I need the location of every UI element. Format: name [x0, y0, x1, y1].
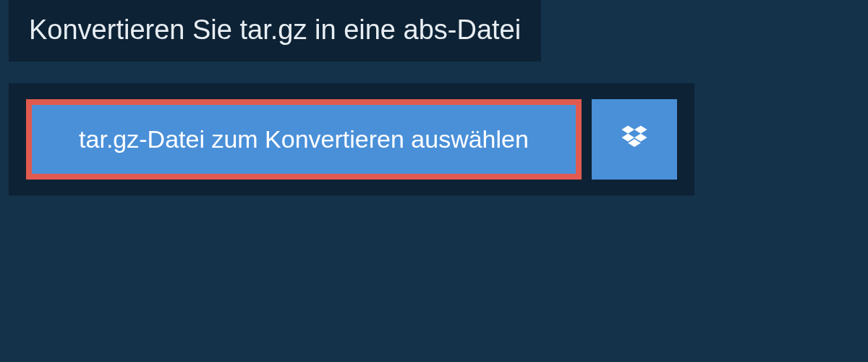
upload-panel: tar.gz-Datei zum Konvertieren auswählen — [9, 83, 694, 195]
page-title-text: Konvertieren Sie tar.gz in eine abs-Date… — [29, 14, 521, 45]
page-title: Konvertieren Sie tar.gz in eine abs-Date… — [9, 0, 541, 62]
select-file-button-label: tar.gz-Datei zum Konvertieren auswählen — [79, 125, 529, 153]
select-file-button[interactable]: tar.gz-Datei zum Konvertieren auswählen — [26, 99, 582, 180]
dropbox-icon — [618, 122, 650, 157]
dropbox-button[interactable] — [592, 99, 677, 180]
